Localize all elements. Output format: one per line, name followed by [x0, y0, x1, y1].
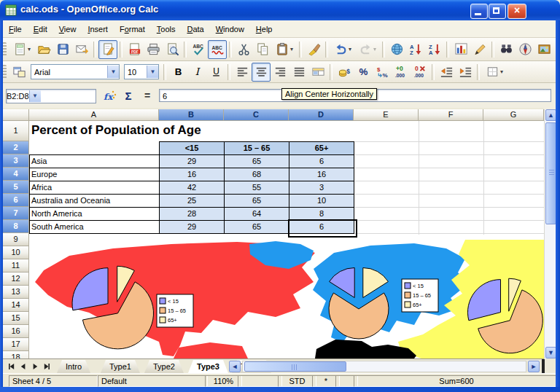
toolbar-currency-button[interactable]: $	[335, 63, 354, 82]
toolbar-underline-button[interactable]: U	[206, 63, 225, 82]
menu-file[interactable]: File	[3, 23, 28, 36]
toolbar-undo-button[interactable]: ▾	[330, 40, 355, 59]
toolbar-find-button[interactable]	[497, 40, 516, 59]
horizontal-scrollbar[interactable]	[242, 361, 526, 372]
row-header-7[interactable]: 7	[3, 207, 29, 220]
toolbar-navigator-button[interactable]	[516, 40, 534, 59]
toolbar-decindent-button[interactable]	[437, 63, 456, 82]
cell-D3[interactable]: 6	[289, 154, 354, 168]
hscroll-left-icon[interactable]: ◄	[229, 361, 241, 372]
menu-window[interactable]: Window	[210, 23, 250, 36]
dropdown-arrow-icon[interactable]: ▾	[373, 46, 376, 52]
toolbar-brush-button[interactable]	[304, 40, 323, 59]
toolbar-sortasc-button[interactable]: AZ	[406, 40, 425, 59]
column-header-F[interactable]: F	[419, 109, 483, 121]
row-header-1[interactable]: 1	[3, 121, 29, 141]
column-header-C[interactable]: C	[224, 109, 289, 121]
toolbar-draw-button[interactable]	[470, 40, 489, 59]
toolbar-italic-button[interactable]: I	[187, 63, 206, 82]
status-sheet[interactable]: Sheet 4 / 5	[9, 375, 98, 387]
sheet-tab-type2[interactable]: Type2	[144, 360, 184, 373]
dropdown-arrow-icon[interactable]: ▾	[349, 46, 351, 52]
cell-A8[interactable]: South America	[29, 220, 160, 234]
cell-C3[interactable]: 65	[224, 154, 289, 168]
sheet-tab-intro[interactable]: Intro	[57, 360, 90, 373]
minimize-button[interactable]	[470, 4, 488, 19]
toolbar-spell-button[interactable]: ABC	[189, 40, 208, 59]
column-header-D[interactable]: D	[289, 109, 354, 121]
toolbar-open-button[interactable]	[34, 40, 53, 59]
cell-D5[interactable]: 3	[289, 181, 354, 195]
toolbar-sortdesc-button[interactable]: ZA	[425, 40, 444, 59]
toolbar-bold-button[interactable]: B	[168, 63, 187, 82]
dropdown-arrow-icon[interactable]: ▾	[290, 46, 293, 52]
cell-A3[interactable]: Asia	[29, 154, 160, 168]
scroll-up-icon[interactable]: ▲	[545, 109, 556, 121]
toolbar-gallery-button[interactable]	[534, 40, 553, 59]
hscroll-right-icon[interactable]: ►	[528, 361, 540, 372]
map-chart-object[interactable]: < 1515 – 6565+< 1515 – 6565+	[29, 240, 544, 358]
column-header-A[interactable]: A	[29, 109, 159, 121]
column-header-G[interactable]: G	[483, 109, 544, 121]
row-header-8[interactable]: 8	[3, 220, 29, 233]
toolbar-print-button[interactable]	[144, 40, 163, 59]
cell-C7[interactable]: 64	[224, 207, 289, 221]
toolbar-cut-button[interactable]	[234, 40, 253, 59]
cell-B6[interactable]: 25	[159, 194, 225, 208]
cell-A5[interactable]: Africa	[29, 181, 160, 195]
toolbar-incindent-button[interactable]	[456, 63, 475, 82]
toolbar-aligncenter-button[interactable]	[252, 63, 271, 82]
cell-D2[interactable]: 65+	[289, 141, 354, 155]
row-header-10[interactable]: 10	[3, 246, 29, 259]
row-header-12[interactable]: 12	[3, 273, 29, 286]
toolbar-pdf-button[interactable]: PDF	[125, 40, 144, 59]
toolbar-save-button[interactable]	[53, 40, 72, 59]
sheet-tab-type1[interactable]: Type1	[101, 360, 140, 373]
font-name-combo[interactable]: Arial▼	[31, 64, 120, 79]
previous-sheet-button[interactable]	[18, 361, 29, 372]
vertical-scroll-thumb[interactable]	[545, 122, 556, 224]
toolbar-alignleft-button[interactable]	[233, 63, 252, 82]
toolbar-preview-button[interactable]	[163, 40, 182, 59]
row-header-2[interactable]: 2	[3, 141, 29, 154]
row-header-16[interactable]: 16	[3, 325, 29, 338]
toolbar-chart-button[interactable]	[451, 40, 470, 59]
cell-D4[interactable]: 16	[289, 168, 354, 181]
menu-data[interactable]: Data	[181, 23, 209, 36]
combo-dropdown-icon[interactable]: ▼	[147, 66, 158, 78]
sum-button[interactable]: Σ	[120, 89, 137, 103]
menu-insert[interactable]: Insert	[82, 23, 114, 36]
split-handle[interactable]	[542, 359, 545, 373]
toolbar-justify-button[interactable]	[289, 63, 308, 82]
cell-D6[interactable]: 10	[289, 194, 354, 208]
cell-B3[interactable]: 29	[159, 154, 225, 168]
status-page-style[interactable]: Default	[98, 375, 208, 387]
toolbar-deldec-button[interactable]: 0.000	[411, 63, 429, 82]
combo-dropdown-icon[interactable]: ▼	[107, 66, 119, 78]
toolbar-email-button[interactable]	[72, 40, 91, 59]
row-header-17[interactable]: 17	[3, 338, 29, 351]
cell-C5[interactable]: 55	[224, 181, 289, 195]
cell-B5[interactable]: 42	[159, 181, 225, 195]
maximize-button[interactable]	[489, 4, 506, 19]
column-header-B[interactable]: B	[159, 109, 224, 121]
formula-button[interactable]: =	[139, 89, 156, 103]
row-header-18[interactable]: 18	[3, 351, 29, 358]
cell-B8[interactable]: 29	[159, 220, 225, 234]
horizontal-scroll-thumb[interactable]	[244, 361, 346, 372]
row-header-15[interactable]: 15	[3, 312, 29, 325]
menu-help[interactable]: Help	[250, 23, 279, 36]
row-header-3[interactable]: 3	[3, 154, 29, 168]
toolbar-copy-button[interactable]	[253, 40, 272, 59]
status-insert-mode[interactable]	[238, 375, 282, 387]
status-selection-mode[interactable]: STD	[278, 375, 316, 387]
name-box-dropdown-icon[interactable]: ▼	[29, 90, 41, 102]
cell-A7[interactable]: North America	[29, 207, 160, 221]
menu-format[interactable]: Format	[114, 23, 151, 36]
cell-B2[interactable]: <15	[159, 141, 225, 155]
toolbar-merge-button[interactable]	[308, 63, 327, 82]
column-header-E[interactable]: E	[354, 109, 419, 121]
row-header-4[interactable]: 4	[3, 168, 29, 181]
toolbar-edit-button[interactable]	[98, 40, 117, 59]
font-size-combo[interactable]: 10▼	[124, 64, 159, 79]
